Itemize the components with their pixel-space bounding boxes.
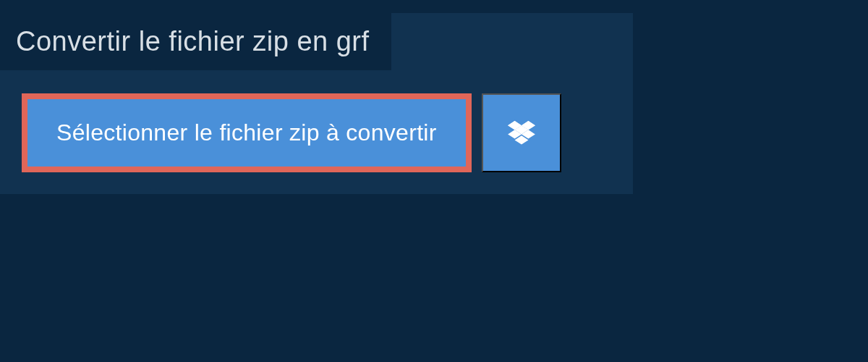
select-file-button[interactable]: Sélectionner le fichier zip à convertir	[22, 93, 472, 172]
dropbox-button[interactable]	[482, 93, 561, 172]
page-title: Convertir le fichier zip en grf	[16, 26, 370, 57]
dropbox-icon	[508, 121, 535, 146]
select-file-label: Sélectionner le fichier zip à convertir	[56, 119, 437, 146]
converter-panel: Convertir le fichier zip en grf Sélectio…	[0, 13, 633, 194]
header-tab: Convertir le fichier zip en grf	[0, 13, 391, 70]
button-row: Sélectionner le fichier zip à convertir	[22, 93, 633, 172]
